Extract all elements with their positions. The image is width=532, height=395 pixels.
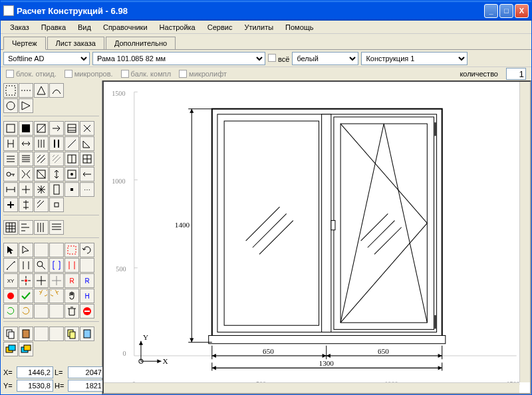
tool-plus[interactable]: [3, 198, 18, 212]
maximize-button[interactable]: □: [499, 4, 513, 18]
menu-utils[interactable]: Утилиты: [239, 22, 279, 33]
tool-redo[interactable]: [49, 289, 64, 303]
tool-hand[interactable]: [65, 289, 79, 303]
tool-h[interactable]: [3, 136, 18, 151]
tool-layer1[interactable]: [3, 342, 18, 356]
tool-rect-dash[interactable]: [3, 83, 18, 98]
tool-stop[interactable]: [80, 304, 94, 319]
profile-select[interactable]: Softline AD: [3, 52, 90, 65]
menu-settings[interactable]: Настройка: [154, 22, 201, 33]
tool-sel[interactable]: [65, 243, 79, 257]
tool-xy[interactable]: XY: [3, 273, 18, 288]
minimize-button[interactable]: _: [484, 4, 498, 18]
menu-order[interactable]: Заказ: [5, 22, 35, 33]
tool-vgrid[interactable]: [34, 220, 49, 235]
close-button[interactable]: X: [515, 4, 529, 18]
tool-hatch2[interactable]: [34, 198, 49, 212]
tool-sqsm[interactable]: [49, 198, 64, 212]
tool-sq-fill[interactable]: [19, 121, 33, 136]
tool-diag-hatch[interactable]: [34, 152, 49, 166]
tool-ptr2[interactable]: [19, 243, 33, 257]
tool-flip[interactable]: [19, 167, 33, 182]
tool-red[interactable]: [3, 289, 18, 303]
scrollbar-vertical[interactable]: [519, 82, 530, 382]
tool-blank7[interactable]: [49, 327, 64, 341]
tool-tri2[interactable]: [19, 98, 33, 113]
tool-ast[interactable]: [34, 182, 49, 197]
menu-service[interactable]: Сервис: [202, 22, 238, 33]
tool-split[interactable]: [19, 198, 33, 212]
tool-circle[interactable]: [3, 98, 18, 113]
tool-refresh2[interactable]: [19, 304, 33, 319]
tool-arc[interactable]: [49, 83, 64, 98]
tool-blank3[interactable]: [80, 258, 94, 273]
tool-x[interactable]: [80, 121, 94, 136]
coord-h-input[interactable]: [68, 380, 104, 392]
tool-arrows2[interactable]: [80, 167, 94, 182]
tool-cross[interactable]: [19, 182, 33, 197]
check-balk[interactable]: балк. компл: [121, 70, 172, 78]
tool-bracket2[interactable]: [65, 258, 79, 273]
tool-diag-hatch2[interactable]: [49, 152, 64, 166]
menu-edit[interactable]: Правка: [36, 22, 71, 33]
tool-copy[interactable]: [3, 327, 18, 341]
tool-rotate[interactable]: [80, 243, 94, 257]
tool-hgrid[interactable]: [49, 220, 64, 235]
tool-handle[interactable]: [65, 182, 79, 197]
tool-paste2[interactable]: [80, 327, 94, 341]
tool-diag-line[interactable]: [65, 136, 79, 151]
tool-vent[interactable]: [65, 167, 79, 182]
tool-dash[interactable]: [19, 83, 33, 98]
check-microlift[interactable]: микролифт: [179, 70, 227, 78]
all-check[interactable]: всё: [268, 54, 289, 63]
tool-target[interactable]: [19, 273, 33, 288]
tool-grid[interactable]: [3, 220, 18, 235]
tool-refresh[interactable]: [3, 304, 18, 319]
tool-blank1[interactable]: [34, 243, 49, 257]
menu-view[interactable]: Вид: [72, 22, 96, 33]
tool-arrows[interactable]: [49, 167, 64, 182]
tool-diag3[interactable]: [34, 167, 49, 182]
tool-angle[interactable]: [80, 136, 94, 151]
tool-dim[interactable]: [3, 182, 18, 197]
tool-arrow-r[interactable]: [49, 121, 64, 136]
tool-blank4[interactable]: [34, 304, 49, 319]
check-blok[interactable]: блок. откид.: [6, 70, 57, 78]
color-select[interactable]: белый: [292, 52, 358, 65]
tool-blank2[interactable]: [49, 243, 64, 257]
tool-win[interactable]: [65, 152, 79, 166]
tool-zoom[interactable]: [34, 258, 49, 273]
tool-door[interactable]: [49, 182, 64, 197]
coord-x-input[interactable]: [17, 366, 53, 378]
construction-select[interactable]: Конструкция 1: [361, 52, 467, 65]
tool-snap2[interactable]: [49, 273, 64, 288]
tool-align[interactable]: [19, 220, 33, 235]
tool-bars2[interactable]: [49, 136, 64, 151]
tool-blank6[interactable]: [34, 327, 49, 341]
tool-r2[interactable]: R: [80, 273, 94, 288]
canvas[interactable]: 1500 1000 500 0 0 500 1000 1500 Y: [102, 80, 531, 394]
tool-pointer[interactable]: [3, 243, 18, 257]
tool-diag[interactable]: [34, 121, 49, 136]
tool-bracket[interactable]: [49, 258, 64, 273]
tool-hlines[interactable]: [3, 152, 18, 166]
coord-l-input[interactable]: [68, 366, 104, 378]
tool-key[interactable]: [3, 167, 18, 182]
tool-snap[interactable]: [34, 273, 49, 288]
tool-check[interactable]: [19, 289, 33, 303]
tool-vbars[interactable]: [34, 136, 49, 151]
tool-arr-d[interactable]: [19, 258, 33, 273]
tool-hlines2[interactable]: [19, 152, 33, 166]
tool-layer2[interactable]: [19, 342, 33, 356]
tool-h2[interactable]: H: [80, 289, 94, 303]
qty-input[interactable]: [506, 68, 526, 80]
coord-y-input[interactable]: [17, 380, 53, 392]
tool-triangle[interactable]: [34, 83, 49, 98]
tool-paste[interactable]: [19, 327, 33, 341]
tool-blank5[interactable]: [49, 304, 64, 319]
tool-trash[interactable]: [65, 304, 79, 319]
tool-grid3[interactable]: [80, 152, 94, 166]
tool-r[interactable]: R: [65, 273, 79, 288]
tool-dots[interactable]: ⋯: [80, 182, 94, 197]
check-micro[interactable]: микропров.: [65, 70, 113, 78]
